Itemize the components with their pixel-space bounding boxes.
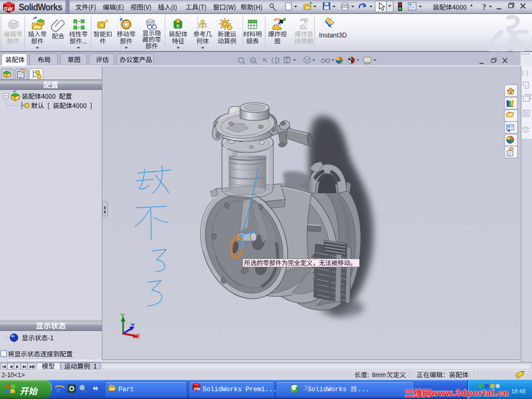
svg-text:Part: Part (118, 386, 134, 393)
svg-text:www.3dportal.cn: www.3dportal.cn (431, 389, 509, 397)
svg-text:18:48: 18:48 (511, 388, 526, 394)
svg-text:?: ? (482, 3, 486, 11)
svg-text:...: ... (357, 386, 369, 393)
svg-text:SW: SW (3, 6, 13, 12)
svg-text:8mm: 8mm (372, 371, 386, 379)
svg-text:SolidWorks Premi...: SolidWorks Premi... (203, 386, 277, 393)
svg-text:Instant3D: Instant3D (319, 32, 347, 39)
svg-text:SolidWorks: SolidWorks (308, 386, 347, 393)
svg-text:SolidWorks: SolidWorks (19, 2, 62, 12)
svg-text:2-10<1>: 2-10<1> (2, 371, 25, 379)
svg-text:SW: SW (194, 387, 201, 391)
